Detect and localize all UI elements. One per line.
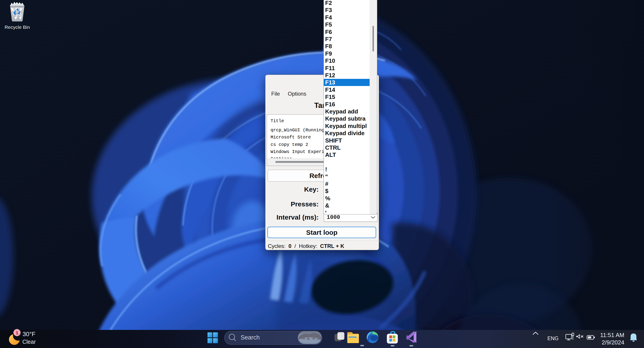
svg-text:1: 1	[16, 330, 18, 335]
